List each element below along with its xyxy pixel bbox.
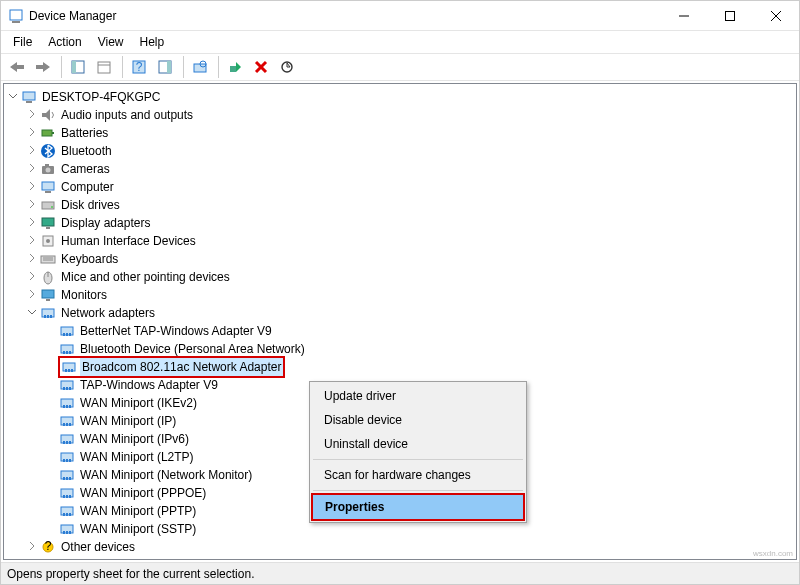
svg-rect-94 xyxy=(66,513,68,516)
tree-label: Bluetooth xyxy=(59,142,114,160)
app-icon xyxy=(9,9,23,23)
tree-category-network[interactable]: Network adapters xyxy=(6,304,794,322)
tree-category[interactable]: Bluetooth xyxy=(6,142,794,160)
svg-rect-73 xyxy=(63,423,65,426)
svg-rect-18 xyxy=(230,66,236,72)
collapse-icon[interactable] xyxy=(6,88,20,106)
tree-category[interactable]: Keyboards xyxy=(6,250,794,268)
context-item-scan-for-hardware-changes[interactable]: Scan for hardware changes xyxy=(312,463,524,487)
expand-icon[interactable] xyxy=(25,232,39,250)
network-icon xyxy=(59,503,75,519)
context-item-update-driver[interactable]: Update driver xyxy=(312,384,524,408)
tree-label: Monitors xyxy=(59,286,109,304)
svg-rect-86 xyxy=(66,477,68,480)
svg-rect-62 xyxy=(68,369,70,372)
uninstall-button[interactable] xyxy=(249,55,273,79)
tree-category[interactable]: Disk drives xyxy=(6,196,794,214)
network-adapter-item[interactable]: Broadcom 802.11ac Network Adapter xyxy=(6,358,794,376)
svg-rect-65 xyxy=(63,387,65,390)
expand-icon[interactable] xyxy=(25,250,39,268)
expand-icon[interactable] xyxy=(25,268,39,286)
network-icon xyxy=(61,359,77,375)
minimize-button[interactable] xyxy=(661,1,707,31)
svg-rect-9 xyxy=(72,61,76,73)
svg-marker-19 xyxy=(236,62,241,72)
expand-icon[interactable] xyxy=(25,214,39,232)
menu-help[interactable]: Help xyxy=(132,33,173,51)
tree-category[interactable]: Cameras xyxy=(6,160,794,178)
context-item-disable-device[interactable]: Disable device xyxy=(312,408,524,432)
back-button[interactable] xyxy=(5,55,29,79)
toolbar-separator xyxy=(183,56,184,78)
menu-action[interactable]: Action xyxy=(40,33,89,51)
svg-point-36 xyxy=(51,206,53,208)
svg-rect-79 xyxy=(69,441,71,444)
svg-rect-89 xyxy=(63,495,65,498)
tree-label: WAN Miniport (PPPOE) xyxy=(78,484,208,502)
svg-rect-51 xyxy=(50,315,52,318)
menu-file[interactable]: File xyxy=(5,33,40,51)
menu-view[interactable]: View xyxy=(90,33,132,51)
svg-rect-93 xyxy=(63,513,65,516)
network-icon xyxy=(59,341,75,357)
tree-label: WAN Miniport (IPv6) xyxy=(78,430,191,448)
tree-category[interactable]: Batteries xyxy=(6,124,794,142)
battery-icon xyxy=(40,125,56,141)
expand-icon[interactable] xyxy=(25,160,39,178)
watermark: wsxdn.com xyxy=(753,549,793,558)
svg-rect-82 xyxy=(66,459,68,462)
expand-icon[interactable] xyxy=(25,286,39,304)
status-bar: Opens property sheet for the current sel… xyxy=(1,562,799,584)
tree-category[interactable]: Audio inputs and outputs xyxy=(6,106,794,124)
expand-icon[interactable] xyxy=(25,538,39,556)
expand-icon[interactable] xyxy=(25,124,39,142)
close-button[interactable] xyxy=(753,1,799,31)
tree-category-other[interactable]: ?Other devices xyxy=(6,538,794,556)
expand-icon[interactable] xyxy=(25,106,39,124)
svg-rect-28 xyxy=(52,132,54,134)
network-icon xyxy=(59,413,75,429)
properties-button[interactable] xyxy=(92,55,116,79)
forward-button[interactable] xyxy=(31,55,55,79)
network-icon xyxy=(59,467,75,483)
scan-hardware-button[interactable] xyxy=(188,55,212,79)
update-driver-button[interactable] xyxy=(275,55,299,79)
network-icon xyxy=(59,521,75,537)
svg-rect-34 xyxy=(45,191,51,193)
tree-category[interactable]: Human Interface Devices xyxy=(6,232,794,250)
svg-rect-97 xyxy=(63,531,65,534)
enable-device-button[interactable] xyxy=(223,55,247,79)
network-adapter-item[interactable]: BetterNet TAP-Windows Adapter V9 xyxy=(6,322,794,340)
maximize-button[interactable] xyxy=(707,1,753,31)
tree-category[interactable]: Display adapters xyxy=(6,214,794,232)
tree-label: Mice and other pointing devices xyxy=(59,268,232,286)
svg-rect-58 xyxy=(66,351,68,354)
tree-root[interactable]: DESKTOP-4FQKGPC xyxy=(6,88,794,106)
svg-rect-33 xyxy=(42,182,54,190)
tree-category[interactable]: Monitors xyxy=(6,286,794,304)
context-item-properties[interactable]: Properties xyxy=(313,495,523,519)
toolbar: ? xyxy=(1,53,799,81)
tree-category[interactable]: Computer xyxy=(6,178,794,196)
svg-rect-1 xyxy=(12,21,20,23)
svg-rect-81 xyxy=(63,459,65,462)
expand-icon[interactable] xyxy=(25,142,39,160)
svg-rect-98 xyxy=(66,531,68,534)
other-icon: ? xyxy=(40,539,56,555)
context-item-uninstall-device[interactable]: Uninstall device xyxy=(312,432,524,456)
action-pane-button[interactable] xyxy=(153,55,177,79)
help-button[interactable]: ? xyxy=(127,55,151,79)
tree-category[interactable]: Mice and other pointing devices xyxy=(6,268,794,286)
tree-label: Network adapters xyxy=(59,304,157,322)
svg-rect-67 xyxy=(69,387,71,390)
display-icon xyxy=(40,215,56,231)
svg-rect-85 xyxy=(63,477,65,480)
expand-icon[interactable] xyxy=(25,196,39,214)
svg-text:?: ? xyxy=(45,539,52,553)
bluetooth-icon xyxy=(40,143,56,159)
expand-icon[interactable] xyxy=(25,178,39,196)
show-hide-tree-button[interactable] xyxy=(66,55,90,79)
menubar: File Action View Help xyxy=(1,31,799,53)
toolbar-separator xyxy=(218,56,219,78)
collapse-icon[interactable] xyxy=(25,304,39,322)
